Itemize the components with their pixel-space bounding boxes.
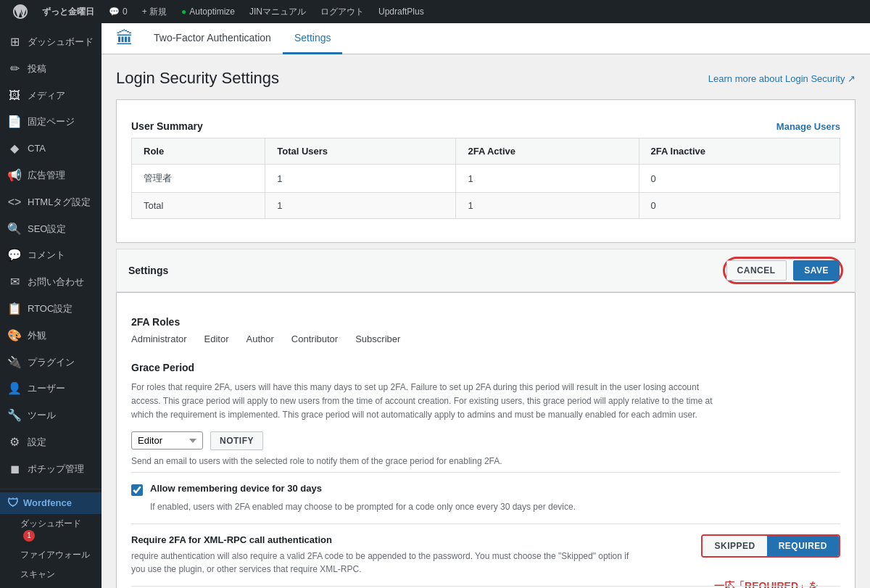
twofa-roles-title: 2FA Roles xyxy=(131,316,840,328)
row-active: 1 xyxy=(456,165,639,193)
settings-bar-title: Settings xyxy=(128,265,168,276)
site-name[interactable]: ずっと金曜日 xyxy=(35,0,102,23)
settings-bar: Settings CANCEL SAVE 設定後に必ず「SAVE」をクリック xyxy=(116,249,856,292)
grace-controls: Editor Author Contributor Subscriber NOT… xyxy=(131,431,840,450)
ads-icon: 📢 xyxy=(7,168,22,183)
cancel-save-group: CANCEL SAVE xyxy=(723,257,843,284)
col-2fa-inactive: 2FA Inactive xyxy=(639,138,840,165)
save-button[interactable]: SAVE xyxy=(793,260,840,281)
grace-period-select[interactable]: Editor Author Contributor Subscriber xyxy=(131,431,203,450)
seo-icon: 🔍 xyxy=(7,222,22,237)
user-summary-table: Role Total Users 2FA Active 2FA Inactive… xyxy=(131,138,840,219)
role-author: Author xyxy=(246,334,274,344)
grace-period-title: Grace Period xyxy=(131,362,840,373)
settings-content: 2FA Roles Administrator Editor Author xyxy=(116,292,856,588)
tab-two-factor-authentication[interactable]: Two-Factor Authentication xyxy=(142,23,283,54)
sidebar-item-cta[interactable]: ◆ CTA xyxy=(0,136,102,162)
row-inactive: 0 xyxy=(639,193,840,219)
comment-item[interactable]: 💬 0 xyxy=(102,0,135,23)
sidebar-wordfence-dashboard[interactable]: ダッシュボード 1 xyxy=(0,514,102,545)
sidebar-item-seo[interactable]: 🔍 SEO設定 xyxy=(0,216,102,243)
sidebar-item-ads[interactable]: 📢 広告管理 xyxy=(0,162,102,189)
row-total: 1 xyxy=(265,193,456,219)
sidebar-item-plugins[interactable]: 🔌 プラグイン xyxy=(0,349,102,376)
page-title-row: Login Security Settings Learn more about… xyxy=(116,69,856,88)
pochipp-icon: ◼ xyxy=(7,462,22,477)
require-2fa-xmlrpc-section: Require 2FA for XML-RPC call authenticat… xyxy=(131,523,840,586)
required-button[interactable]: REQUIRED xyxy=(767,536,839,556)
xmlrpc-text: Require 2FA for XML-RPC call authenticat… xyxy=(131,534,639,576)
sidebar-item-settings[interactable]: ⚙ 設定 xyxy=(0,429,102,456)
cta-icon: ◆ xyxy=(7,141,22,157)
col-total-users: Total Users xyxy=(265,138,456,165)
manage-users-link[interactable]: Manage Users xyxy=(776,121,840,132)
wp-logo[interactable] xyxy=(6,0,35,23)
media-icon: 🖼 xyxy=(7,88,22,104)
xmlrpc-description: require authentication will also require… xyxy=(131,550,639,576)
learn-more-link[interactable]: Learn more about Login Security ↗ xyxy=(708,73,856,84)
new-post-item[interactable]: + 新規 xyxy=(135,0,174,23)
col-2fa-active: 2FA Active xyxy=(456,138,639,165)
sidebar-wordfence-scan[interactable]: スキャン xyxy=(0,565,102,584)
sidebar-item-media[interactable]: 🖼 メディア xyxy=(0,83,102,109)
sidebar-wordfence-tools[interactable]: ツール xyxy=(0,584,102,588)
table-row: 管理者 1 1 0 xyxy=(132,165,840,193)
plugin-icon: 🏛 xyxy=(116,28,133,49)
sidebar-item-users[interactable]: 👤 ユーザー xyxy=(0,376,102,402)
sidebar-item-appearance[interactable]: 🎨 外観 xyxy=(0,323,102,349)
role-administrator: Administrator xyxy=(131,334,187,344)
sidebar-item-tools[interactable]: 🔧 ツール xyxy=(0,402,102,429)
autoptimize-status: ● xyxy=(181,7,186,17)
contact-icon: ✉ xyxy=(7,275,22,290)
roles-row: Administrator Editor Author Contributor xyxy=(131,334,840,344)
allow-remembering-section: Allow remembering device for 30 days If … xyxy=(131,472,840,523)
allow-remembering-label: Allow remembering device for 30 days xyxy=(150,483,322,494)
posts-icon: ✏ xyxy=(7,62,22,77)
notify-button[interactable]: NOTIFY xyxy=(210,431,263,450)
updraftplus-item[interactable]: UpdraftPlus xyxy=(371,0,431,23)
jin-manual-item[interactable]: JINマニュアル xyxy=(242,0,313,23)
sidebar-item-comments[interactable]: 💬 コメント xyxy=(0,242,102,269)
tools-icon: 🔧 xyxy=(7,408,22,423)
wordfence-icon: 🛡 xyxy=(7,497,19,510)
allow-remembering-row: Allow remembering device for 30 days xyxy=(131,483,840,496)
skipped-button[interactable]: SKIPPED xyxy=(703,536,766,556)
rtoc-icon: 📋 xyxy=(7,302,22,317)
page-header: 🏛 Two-Factor Authentication Settings xyxy=(102,23,870,54)
skipped-required-toggle: SKIPPED REQUIRED xyxy=(701,534,840,558)
grace-period-section: Grace Period For roles that require 2FA,… xyxy=(131,350,840,472)
plugins-icon: 🔌 xyxy=(7,355,22,370)
autoptimize-item[interactable]: ● Autoptimize xyxy=(174,0,242,23)
appearance-icon: 🎨 xyxy=(7,328,22,344)
settings-icon: ⚙ xyxy=(7,435,22,450)
sidebar-item-html[interactable]: <> HTMLタグ設定 xyxy=(0,189,102,216)
sidebar-item-rtoc[interactable]: 📋 RTOC設定 xyxy=(0,296,102,323)
sidebar-wordfence-firewall[interactable]: ファイアウォール xyxy=(0,545,102,565)
pages-icon: 📄 xyxy=(7,115,22,130)
table-row: Total 1 1 0 xyxy=(132,193,840,219)
html-icon: <> xyxy=(7,195,22,210)
dashboard-icon: ⊞ xyxy=(7,35,22,50)
allow-remembering-description: If enabled, users with 2FA enabled may c… xyxy=(150,500,840,513)
logout-item[interactable]: ログアウト xyxy=(313,0,371,23)
tab-settings[interactable]: Settings xyxy=(283,23,343,54)
allow-remembering-checkbox[interactable] xyxy=(131,484,143,496)
sidebar-item-posts[interactable]: ✏ 投稿 xyxy=(0,56,102,83)
sidebar-item-pages[interactable]: 📄 固定ページ xyxy=(0,109,102,136)
col-role: Role xyxy=(132,138,265,165)
page-title: Login Security Settings xyxy=(116,69,279,88)
sidebar-item-pochipp[interactable]: ◼ ポチップ管理 xyxy=(0,456,102,483)
sidebar-item-dashboard[interactable]: ⊞ ダッシュボード xyxy=(0,29,102,56)
user-summary-section: User Summary Manage Users Role Total Use… xyxy=(116,99,856,243)
disable-xmlrpc-section: チェックを入れる Disable XML-RPC authentication … xyxy=(131,586,840,588)
grace-period-hint: Send an email to users with the selected… xyxy=(131,456,840,466)
comments-icon: 💬 xyxy=(7,248,22,263)
comment-icon: 💬 xyxy=(109,7,120,17)
grace-period-description: For roles that require 2FA, users will h… xyxy=(131,381,726,423)
sidebar-wordfence[interactable]: 🛡 Wordfence xyxy=(0,492,102,514)
cancel-button[interactable]: CANCEL xyxy=(726,260,787,281)
sidebar-item-contact[interactable]: ✉ お問い合わせ xyxy=(0,269,102,296)
dashboard-badge: 1 xyxy=(23,530,35,542)
users-icon: 👤 xyxy=(7,381,22,397)
role-editor: Editor xyxy=(204,334,229,344)
